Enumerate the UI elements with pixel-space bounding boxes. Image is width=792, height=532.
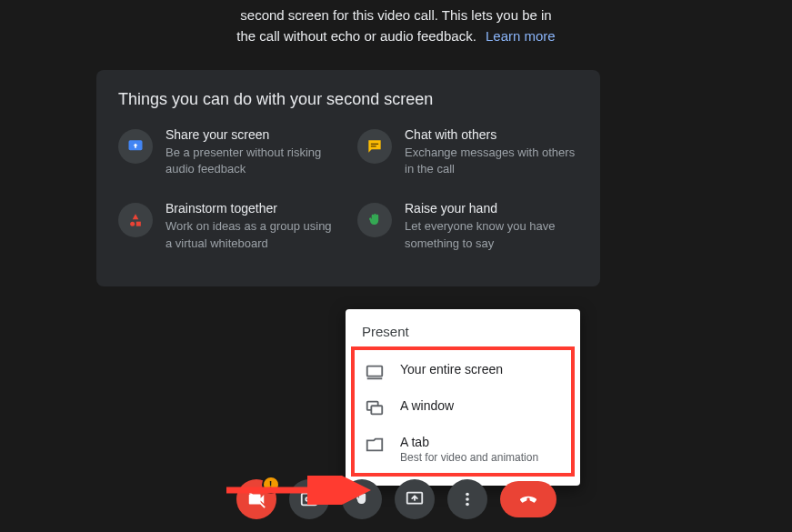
svg-rect-9	[371, 406, 382, 414]
item-title: Raise your hand	[405, 201, 578, 216]
item-title: Brainstorm together	[165, 201, 339, 216]
card-item-brainstorm: Brainstorm together Work on ideas as a g…	[118, 201, 339, 251]
companion-mode-banner: second screen for this video call. This …	[0, 0, 792, 47]
present-option-entire-screen[interactable]: Your entire screen	[355, 354, 571, 390]
card-item-chat: Chat with others Exchange messages with …	[357, 127, 578, 177]
share-screen-icon	[118, 129, 153, 164]
present-menu-title: Present	[346, 324, 580, 346]
item-desc: Work on ideas as a group using a virtual…	[165, 218, 339, 251]
option-sublabel: Best for video and animation	[400, 451, 538, 464]
present-option-window[interactable]: A window	[355, 390, 571, 427]
end-call-button[interactable]	[500, 481, 556, 517]
more-options-button[interactable]	[447, 479, 487, 519]
svg-point-15	[466, 503, 469, 507]
card-title: Things you can do with your second scree…	[118, 90, 578, 109]
shapes-icon	[118, 203, 153, 237]
banner-line-1: second screen for this video call. This …	[240, 7, 551, 23]
svg-rect-2	[371, 146, 376, 146]
card-item-share-screen: Share your screen Be a presenter without…	[118, 127, 339, 177]
svg-marker-3	[133, 215, 139, 220]
call-toolbar: !	[0, 479, 792, 519]
item-title: Share your screen	[165, 127, 339, 142]
annotation-highlight-box: Your entire screen A window A tab Best f…	[351, 346, 575, 477]
present-menu: Present Your entire screen A window A ta…	[346, 309, 580, 486]
option-label: A window	[400, 397, 454, 414]
item-desc: Exchange messages with others in the cal…	[405, 145, 578, 177]
svg-point-4	[130, 222, 135, 226]
item-title: Chat with others	[405, 127, 578, 142]
window-icon	[364, 397, 386, 419]
tab-icon	[364, 434, 386, 456]
option-label: A tab	[400, 434, 538, 450]
svg-rect-1	[371, 144, 378, 145]
svg-point-13	[466, 493, 469, 497]
svg-point-14	[466, 497, 469, 501]
raise-hand-icon	[357, 203, 392, 237]
learn-more-link[interactable]: Learn more	[486, 28, 556, 44]
present-button[interactable]	[395, 479, 435, 519]
second-screen-info-card: Things you can do with your second scree…	[96, 70, 600, 286]
card-item-raise-hand: Raise your hand Let everyone know you ha…	[357, 201, 578, 251]
svg-rect-11	[301, 494, 316, 506]
item-desc: Let everyone know you have something to …	[405, 218, 578, 251]
banner-line-2: the call without echo or audio feedback.	[236, 28, 476, 44]
chat-icon	[357, 129, 392, 164]
captions-button[interactable]	[289, 479, 329, 519]
raise-hand-button[interactable]	[342, 479, 382, 519]
camera-toggle-button[interactable]: !	[236, 479, 276, 519]
monitor-icon	[364, 361, 386, 383]
svg-rect-5	[136, 222, 141, 226]
item-desc: Be a presenter without risking audio fee…	[165, 145, 339, 177]
camera-warning-badge: !	[262, 476, 280, 494]
svg-rect-6	[367, 366, 383, 376]
present-option-tab[interactable]: A tab Best for video and animation	[355, 427, 571, 471]
option-label: Your entire screen	[400, 361, 503, 377]
